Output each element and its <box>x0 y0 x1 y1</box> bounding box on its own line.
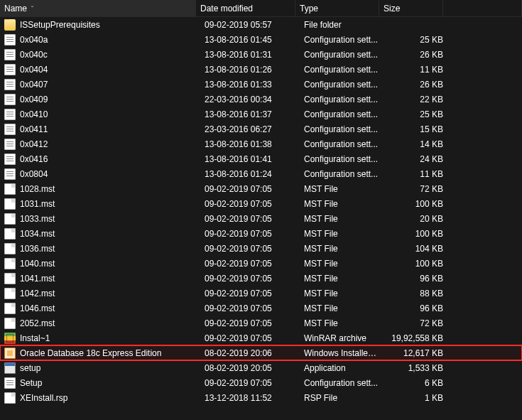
file-row[interactable]: 1041.mst09-02-2019 07:05MST File96 KB <box>0 271 522 286</box>
file-name-cell: 0x0804 <box>4 168 200 180</box>
file-date-cell: 09-02-2019 07:05 <box>200 244 300 254</box>
file-name-cell: 0x0407 <box>4 79 200 90</box>
file-size-cell: 11 KB <box>384 65 447 75</box>
file-name-label: 0x0404 <box>20 65 48 75</box>
file-row[interactable]: 0x040a13-08-2016 01:45Configuration sett… <box>0 32 522 47</box>
column-header-date[interactable]: Date modified <box>196 0 295 16</box>
file-name-cell: 0x0410 <box>4 109 200 120</box>
file-name-label: Setup <box>20 378 42 388</box>
file-row[interactable]: 1042.mst09-02-2019 07:05MST File88 KB <box>0 286 522 301</box>
file-size-cell: 22 KB <box>384 95 447 104</box>
file-size-cell: 26 KB <box>384 80 447 90</box>
file-row[interactable]: 2052.mst09-02-2019 07:05MST File72 KB <box>0 316 522 330</box>
file-type-cell: Configuration sett... <box>300 95 384 104</box>
file-date-cell: 09-02-2019 07:05 <box>200 214 300 224</box>
file-name-label: Oracle Database 18c Express Edition <box>20 348 161 358</box>
file-row[interactable]: 1036.mst09-02-2019 07:05MST File104 KB <box>0 241 522 256</box>
column-header-type-label: Type <box>300 4 318 14</box>
mst-file-icon <box>4 228 16 239</box>
file-row[interactable]: setup08-02-2019 20:05Application1,533 KB <box>0 360 522 375</box>
file-size-cell: 1 KB <box>384 393 447 403</box>
file-date-cell: 22-03-2016 00:34 <box>200 95 300 104</box>
file-name-cell: 2052.mst <box>4 318 200 329</box>
file-date-cell: 13-08-2016 01:31 <box>200 50 300 60</box>
file-size-cell: 14 KB <box>384 139 447 149</box>
file-name-label: 0x0804 <box>20 169 48 179</box>
file-size-cell: 15 KB <box>384 124 447 134</box>
file-type-cell: File folder <box>300 20 384 30</box>
file-size-cell: 25 KB <box>384 35 447 45</box>
file-date-cell: 08-02-2019 20:06 <box>200 348 300 358</box>
column-header-size[interactable]: Size <box>379 0 443 16</box>
file-row[interactable]: 1028.mst09-02-2019 07:05MST File72 KB <box>0 181 522 196</box>
file-name-cell: 1031.mst <box>4 198 200 210</box>
column-header-type[interactable]: Type <box>295 0 379 16</box>
config-file-icon <box>4 64 16 75</box>
file-row[interactable]: 0x041123-03-2016 06:27Configuration sett… <box>0 122 522 136</box>
file-size-cell: 24 KB <box>384 154 447 164</box>
file-row[interactable]: 0x041613-08-2016 01:41Configuration sett… <box>0 151 522 166</box>
file-row[interactable]: 0x040c13-08-2016 01:31Configuration sett… <box>0 47 522 62</box>
config-file-icon <box>4 124 16 135</box>
file-date-cell: 13-08-2016 01:26 <box>200 65 300 75</box>
file-row[interactable]: 0x041213-08-2016 01:38Configuration sett… <box>0 136 522 151</box>
file-row[interactable]: 1046.mst09-02-2019 07:05MST File96 KB <box>0 301 522 316</box>
file-name-label: 0x0410 <box>20 109 48 119</box>
file-row[interactable]: Instal~109-02-2019 07:05WinRAR archive19… <box>0 330 522 345</box>
file-row[interactable]: ISSetupPrerequisites09-02-2019 05:57File… <box>0 17 522 32</box>
file-row[interactable]: XEInstall.rsp13-12-2018 11:52RSP File1 K… <box>0 390 522 405</box>
file-name-label: 1046.mst <box>20 303 55 313</box>
file-name-cell: XEInstall.rsp <box>4 392 200 404</box>
file-row[interactable]: Oracle Database 18c Express Edition08-02… <box>0 345 522 360</box>
file-row[interactable]: 0x080413-08-2016 01:24Configuration sett… <box>0 166 522 181</box>
file-size-cell: 88 KB <box>384 289 447 298</box>
file-type-cell: MST File <box>300 274 384 284</box>
file-row[interactable]: 1034.mst09-02-2019 07:05MST File100 KB <box>0 226 522 241</box>
file-date-cell: 09-02-2019 07:05 <box>200 184 300 194</box>
config-file-icon <box>4 49 16 60</box>
file-name-cell: Setup <box>4 377 200 389</box>
mst-file-icon <box>4 198 16 210</box>
file-name-label: 2052.mst <box>20 318 55 328</box>
file-size-cell: 100 KB <box>384 259 447 269</box>
file-name-label: Instal~1 <box>20 333 50 343</box>
file-size-cell: 104 KB <box>384 244 447 254</box>
file-name-cell: 0x0416 <box>4 154 200 165</box>
file-row[interactable]: 0x040413-08-2016 01:26Configuration sett… <box>0 62 522 77</box>
file-name-label: 0x040a <box>20 35 48 45</box>
file-name-cell: 1040.mst <box>4 258 200 269</box>
file-size-cell: 72 KB <box>384 318 447 328</box>
mst-file-icon <box>4 213 16 225</box>
file-type-cell: Configuration sett... <box>300 35 384 45</box>
file-list: ISSetupPrerequisites09-02-2019 05:57File… <box>0 17 522 405</box>
file-name-label: 1034.mst <box>20 229 55 239</box>
file-date-cell: 09-02-2019 07:05 <box>200 199 300 209</box>
file-row[interactable]: 0x040922-03-2016 00:34Configuration sett… <box>0 92 522 107</box>
column-header-row: Name ˇ Date modified Type Size <box>0 0 522 17</box>
file-type-cell: RSP File <box>300 393 384 403</box>
file-row[interactable]: 1040.mst09-02-2019 07:05MST File100 KB <box>0 256 522 271</box>
file-name-label: ISSetupPrerequisites <box>20 20 100 30</box>
file-type-cell: Configuration sett... <box>300 378 384 388</box>
file-name-cell: ISSetupPrerequisites <box>4 19 200 31</box>
file-name-cell: 1046.mst <box>4 303 200 314</box>
config-file-icon <box>4 154 16 165</box>
config-file-icon <box>4 94 16 105</box>
file-date-cell: 13-08-2016 01:37 <box>200 109 300 119</box>
file-name-cell: 0x0409 <box>4 94 200 105</box>
file-row[interactable]: Setup09-02-2019 07:05Configuration sett.… <box>0 375 522 390</box>
file-row[interactable]: 0x041013-08-2016 01:37Configuration sett… <box>0 107 522 122</box>
file-name-cell: 0x0404 <box>4 64 200 75</box>
file-name-cell: Instal~1 <box>4 333 200 344</box>
file-row[interactable]: 1033.mst09-02-2019 07:05MST File20 KB <box>0 211 522 226</box>
file-name-cell: 1028.mst <box>4 183 200 195</box>
file-row[interactable]: 0x040713-08-2016 01:33Configuration sett… <box>0 77 522 92</box>
file-type-cell: WinRAR archive <box>300 333 384 343</box>
file-name-cell: 0x040c <box>4 49 200 60</box>
mst-file-icon <box>4 303 16 314</box>
file-date-cell: 09-02-2019 07:05 <box>200 289 300 298</box>
config-file-icon <box>4 377 16 389</box>
file-name-label: XEInstall.rsp <box>20 393 67 403</box>
column-header-name[interactable]: Name ˇ <box>0 0 196 16</box>
file-row[interactable]: 1031.mst09-02-2019 07:05MST File100 KB <box>0 196 522 211</box>
